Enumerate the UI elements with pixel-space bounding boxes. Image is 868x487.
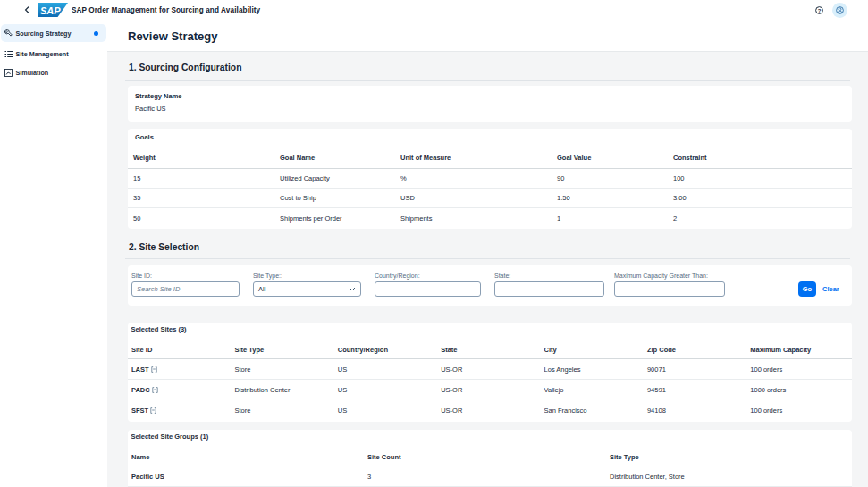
svg-text:SAP: SAP <box>40 5 61 16</box>
svg-text:?: ? <box>817 7 821 13</box>
